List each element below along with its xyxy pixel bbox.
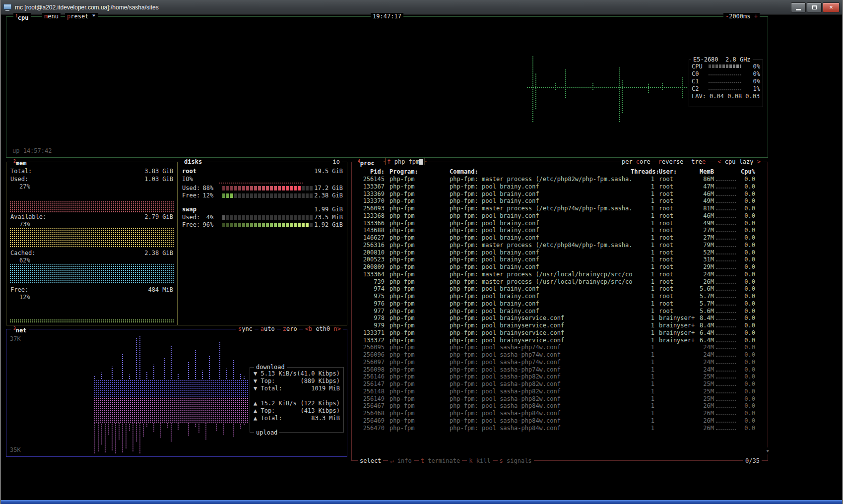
header-user[interactable]: User: <box>659 168 677 176</box>
process-row[interactable]: 256468php-fpmphp-fpm: pool sasha-php84w.… <box>355 410 766 417</box>
process-row[interactable]: 256148php-fpmphp-fpm: pool sasha-php82w.… <box>355 388 766 395</box>
process-row[interactable]: 256146php-fpmphp-fpm: pool sasha-php82w.… <box>355 373 766 380</box>
header-threads[interactable]: Threads: <box>631 168 654 176</box>
footer-action-signals[interactable]: s signals <box>498 457 534 464</box>
process-row[interactable]: 133366php-fpmphp-fpm: pool brainy.conf1r… <box>355 220 766 227</box>
header-command[interactable]: Command: <box>450 168 478 176</box>
maximize-button[interactable] <box>807 2 822 12</box>
process-row[interactable]: 979php-fpmphp-fpm: pool brainyservice.co… <box>355 322 766 329</box>
window-title: mc [root@a202.itdeveloper.com.ua]:/home/… <box>15 4 159 11</box>
process-row[interactable]: 200523php-fpmphp-fpm: pool brainy.conf1r… <box>355 256 766 263</box>
window-titlebar[interactable]: mc [root@a202.itdeveloper.com.ua]:/home/… <box>1 0 842 15</box>
cpu-history-dots <box>716 184 736 189</box>
minimize-button[interactable] <box>791 2 806 12</box>
footer-action-info[interactable]: ↵ info <box>388 457 413 464</box>
footer-action-terminate[interactable]: t terminate <box>419 457 462 464</box>
cpu-history-dots <box>716 250 736 254</box>
net-zero-toggle[interactable]: zero <box>281 325 299 332</box>
process-row[interactable]: 256093php-fpmphp-fpm: master process (/e… <box>355 205 766 212</box>
mem-cached-row: Cached:2.38 GiB <box>10 250 173 256</box>
swap-row: swap1.99 GiB <box>182 206 343 213</box>
header-pid[interactable]: Pid: <box>355 168 385 176</box>
process-row[interactable]: 200810php-fpmphp-fpm: pool brainy.conf1r… <box>355 249 766 256</box>
process-row[interactable]: 978php-fpmphp-fpm: pool brainyservice.co… <box>355 315 766 322</box>
header-cpu[interactable]: Cpu% <box>738 168 755 176</box>
cpu-history-dots <box>716 315 736 320</box>
process-row[interactable]: 256149php-fpmphp-fpm: pool sasha-php82w.… <box>355 395 766 403</box>
refresh-interval: -2000ms + <box>723 13 760 20</box>
cpu-history-dots <box>716 345 736 349</box>
process-row[interactable]: 133369php-fpmphp-fpm: pool brainy.conf1r… <box>355 190 766 198</box>
process-row[interactable]: 256096php-fpmphp-fpm: pool sasha-php74w.… <box>355 351 766 359</box>
header-program[interactable]: Program: <box>389 168 418 176</box>
process-box: 4proc ┤f php-fpm├ per-core reverse tree … <box>351 162 768 461</box>
cpu-graph-baseline <box>526 86 688 88</box>
process-row[interactable]: 256469php-fpmphp-fpm: pool sasha-php84w.… <box>355 417 766 425</box>
uptime: up 14:57:42 <box>12 147 52 154</box>
process-row[interactable]: 133368php-fpmphp-fpm: pool brainy.conf1r… <box>355 212 766 220</box>
process-row[interactable]: 133364php-fpmphp-fpm: master process (/u… <box>355 271 766 278</box>
net-sync-toggle[interactable]: sync <box>236 325 255 332</box>
per-core-toggle[interactable]: per-core <box>620 158 652 165</box>
tree-toggle[interactable]: tree <box>689 158 708 165</box>
process-row[interactable]: 977php-fpmphp-fpm: pool brainy.conf1root… <box>355 308 766 315</box>
footer-action-select[interactable]: select <box>358 457 383 464</box>
swap-used-meter <box>222 215 313 220</box>
process-row[interactable]: 133372php-fpmphp-fpm: pool brainyservice… <box>355 337 766 344</box>
process-row[interactable]: 975php-fpmphp-fpm: pool brainy.conf1root… <box>355 293 766 300</box>
cpu-history-dots <box>716 426 736 430</box>
process-row[interactable]: 200809php-fpmphp-fpm: pool brainy.conf1r… <box>355 263 766 271</box>
download-title: download <box>254 364 287 371</box>
terminal-window: mc [root@a202.itdeveloper.com.ua]:/home/… <box>0 0 843 504</box>
process-row[interactable]: 256147php-fpmphp-fpm: pool sasha-php82w.… <box>355 380 766 388</box>
mem-free-percent: 12% <box>19 294 30 301</box>
process-row[interactable]: 739php-fpmphp-fpm: master process (/usr/… <box>355 278 766 286</box>
disk-root-row: root19.5 GiB <box>182 168 343 175</box>
net-interface-selector[interactable]: <b eth0 n> <box>303 325 343 332</box>
core-history-dots <box>709 72 741 75</box>
footer-action-kill[interactable]: k kill <box>467 457 492 464</box>
sort-selector[interactable]: < cpu lazy > <box>715 158 763 165</box>
process-row[interactable]: 133371php-fpmphp-fpm: pool brainyservice… <box>355 329 766 337</box>
load-average: LAV: 0.04 0.08 0.03 <box>689 92 763 100</box>
preset-button[interactable]: preset * <box>65 13 98 20</box>
header-memb[interactable]: MemB <box>692 168 714 176</box>
cpu-history-dots <box>716 374 736 378</box>
reverse-toggle[interactable]: reverse <box>656 158 686 165</box>
download-scale-label: 37K <box>10 335 21 342</box>
mem-free-graph <box>9 318 174 323</box>
taskbar-strip <box>1 500 842 504</box>
process-row[interactable]: 256145php-fpmphp-fpm: master process (/e… <box>355 176 766 183</box>
interval-increase[interactable]: + <box>754 13 758 20</box>
close-button[interactable]: × <box>823 2 840 12</box>
cpu-history-dots <box>716 177 736 181</box>
sort-prev-icon: < <box>717 158 721 165</box>
disk-free-meter <box>222 193 313 198</box>
io-toggle[interactable]: io <box>331 158 342 165</box>
process-row[interactable]: 256095php-fpmphp-fpm: pool sasha-php74w.… <box>355 344 766 351</box>
process-row[interactable]: 256316php-fpmphp-fpm: master process (/e… <box>355 242 766 249</box>
scroll-down-indicator[interactable]: ▼ <box>766 447 770 454</box>
net-auto-toggle[interactable]: auto <box>259 325 277 332</box>
menu-button[interactable]: menu <box>42 13 61 20</box>
process-row[interactable]: 256470php-fpmphp-fpm: pool sasha-php84w.… <box>355 425 766 432</box>
process-row[interactable]: 256097php-fpmphp-fpm: pool sasha-php74w.… <box>355 359 766 366</box>
process-row[interactable]: 974php-fpmphp-fpm: pool brainy.conf1root… <box>355 285 766 293</box>
process-row[interactable]: 143688php-fpmphp-fpm: pool brainy.conf1r… <box>355 227 766 234</box>
cpu-history-dots <box>716 257 736 261</box>
disk-io-graph <box>218 182 303 184</box>
process-row[interactable]: 256098php-fpmphp-fpm: pool sasha-php74w.… <box>355 366 766 374</box>
core-row: C00% <box>689 70 763 77</box>
process-search-input[interactable]: ┤f php-fpm├ <box>382 158 429 165</box>
process-row[interactable]: 133370php-fpmphp-fpm: pool brainy.conf1r… <box>355 197 766 205</box>
disks-box-title: disks <box>182 158 204 165</box>
process-row[interactable]: 146627php-fpmphp-fpm: pool brainy.conf1r… <box>355 234 766 242</box>
net-stats-panel: download ▼ 5.13 KiB/s(41.0 Kibps) ▼ Top:… <box>250 367 344 433</box>
process-row[interactable]: 256467php-fpmphp-fpm: pool sasha-php84w.… <box>355 402 766 410</box>
upload-scale-label: 35K <box>10 446 21 453</box>
cpu-history-dots <box>716 411 736 415</box>
process-row[interactable]: 976php-fpmphp-fpm: pool brainy.conf1root… <box>355 300 766 308</box>
cpu-history-dots <box>716 191 736 196</box>
process-row[interactable]: 133367php-fpmphp-fpm: pool brainy.conf1r… <box>355 183 766 190</box>
cpu-meter-bar <box>709 64 741 68</box>
